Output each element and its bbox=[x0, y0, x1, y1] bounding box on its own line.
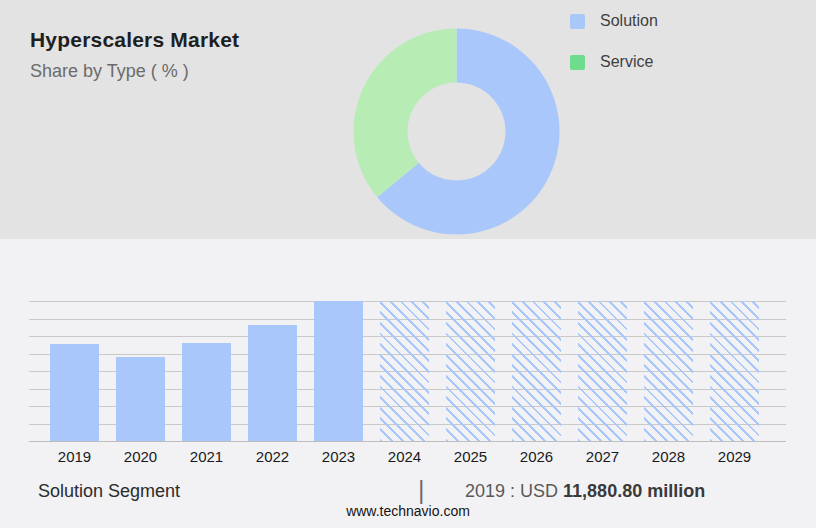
infographic: Hyperscalers Market Share by Type ( % ) … bbox=[0, 0, 816, 528]
header: Hyperscalers Market Share by Type ( % ) bbox=[30, 28, 239, 82]
footer-separator: | bbox=[418, 476, 425, 505]
bar-2021 bbox=[182, 343, 231, 441]
x-label-2026: 2026 bbox=[504, 448, 570, 465]
x-label-2020: 2020 bbox=[108, 448, 174, 465]
x-label-2029: 2029 bbox=[702, 448, 768, 465]
page-title: Hyperscalers Market bbox=[30, 28, 239, 52]
x-axis-line bbox=[29, 441, 786, 442]
x-label-2019: 2019 bbox=[42, 448, 108, 465]
bar-2028 bbox=[644, 301, 693, 441]
segment-value-prefix: 2019 : USD bbox=[465, 481, 558, 501]
bar-2024 bbox=[380, 301, 429, 441]
legend-item-solution: Solution bbox=[570, 12, 658, 30]
segment-label: Solution Segment bbox=[38, 481, 180, 502]
website-url: www.technavio.com bbox=[0, 503, 816, 519]
segment-trend-section: 2019202020212022202320242025202620272028… bbox=[0, 239, 816, 528]
page-subtitle: Share by Type ( % ) bbox=[30, 61, 239, 82]
x-label-2027: 2027 bbox=[570, 448, 636, 465]
bar-2020 bbox=[116, 357, 165, 441]
x-label-2024: 2024 bbox=[372, 448, 438, 465]
donut-slice-service bbox=[354, 29, 457, 198]
solution-swatch-icon bbox=[570, 14, 585, 29]
x-label-2021: 2021 bbox=[174, 448, 240, 465]
bar-2027 bbox=[578, 301, 627, 441]
donut-chart bbox=[353, 28, 560, 235]
segment-value: 2019 : USD 11,880.80 million bbox=[465, 481, 705, 502]
bar-2019 bbox=[50, 344, 99, 441]
x-label-2028: 2028 bbox=[636, 448, 702, 465]
bar-chart: 2019202020212022202320242025202620272028… bbox=[29, 301, 786, 441]
bar-2029 bbox=[710, 301, 759, 441]
legend: Solution Service bbox=[570, 12, 658, 94]
x-label-2023: 2023 bbox=[306, 448, 372, 465]
bar-2022 bbox=[248, 325, 297, 441]
bar-2026 bbox=[512, 301, 561, 441]
share-by-type-section: Hyperscalers Market Share by Type ( % ) … bbox=[0, 0, 816, 239]
service-swatch-icon bbox=[570, 55, 585, 70]
legend-label-solution: Solution bbox=[600, 12, 658, 30]
x-label-2025: 2025 bbox=[438, 448, 504, 465]
x-label-2022: 2022 bbox=[240, 448, 306, 465]
legend-item-service: Service bbox=[570, 53, 658, 71]
bar-2025 bbox=[446, 301, 495, 441]
legend-label-service: Service bbox=[600, 53, 653, 71]
segment-value-amount: 11,880.80 million bbox=[563, 481, 705, 501]
bar-2023 bbox=[314, 301, 363, 441]
